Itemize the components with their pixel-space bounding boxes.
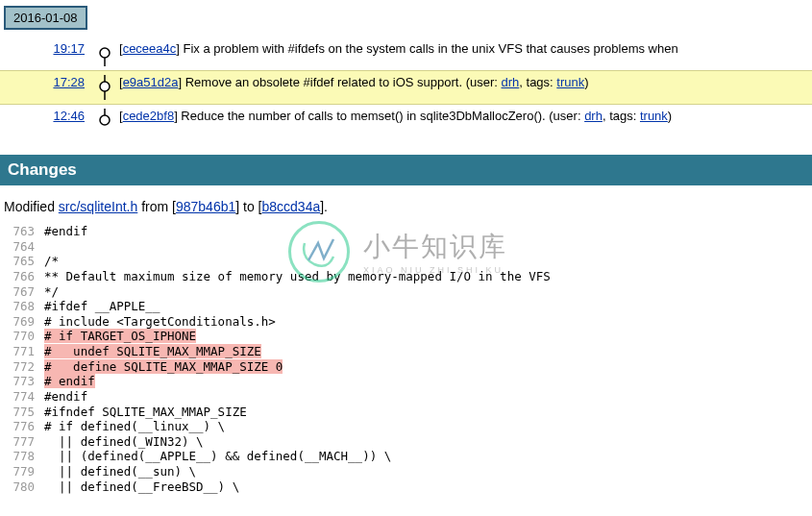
user-link[interactable]: drh [584,109,603,123]
tag-link[interactable]: trunk [640,109,668,123]
date-badge: 2016-01-08 [4,6,87,30]
code-text: || defined(__FreeBSD__) \ [44,479,239,494]
line-number: 778 [4,449,44,464]
timeline-message: [e9a51d2a] Remove an obsolete #ifdef rel… [113,75,812,89]
line-number: 777 [4,434,44,450]
line-number: 770 [4,329,44,344]
line-number: 764 [4,239,44,255]
code-text: /* [44,254,59,268]
code-text: #ifdef __APPLE__ [44,299,160,313]
hash-to-link[interactable]: b8ccd34a [262,199,321,214]
timeline-row: 17:28[e9a51d2a] Remove an obsolete #ifde… [0,70,812,105]
changes-heading: Changes [0,155,812,185]
line-number: 767 [4,284,44,300]
svg-point-3 [100,82,110,91]
rail-node-icon [96,41,113,66]
code-text: # define SQLITE_MAX_MMAP_SIZE 0 [44,359,283,374]
timeline-row: 12:46[cede2bf8] Reduce the number of cal… [0,105,812,137]
line-number: 780 [4,479,44,495]
line-number: 775 [4,405,44,420]
code-text: # undef SQLITE_MAX_MMAP_SIZE [44,344,261,358]
commit-hash-link[interactable]: e9a51d2a [123,75,179,89]
user-link[interactable]: drh [502,75,520,89]
code-text: #endif [44,224,87,238]
timeline-message: [cede2bf8] Reduce the number of calls to… [113,109,812,123]
hash-from-link[interactable]: 987b46b1 [176,199,235,214]
rail-node-icon [96,109,113,134]
code-text: || (defined(__APPLE__) && defined(__MACH… [44,449,391,463]
tag-link[interactable]: trunk [556,75,584,89]
diff-block: 763#endif764765/*766** Default maximum s… [4,224,808,494]
timeline-row: 19:17[ceceea4c] Fix a problem with #ifde… [0,37,812,70]
modified-line: Modified src/sqliteInt.h from [987b46b1]… [4,199,808,214]
code-text: || defined(__sun) \ [44,464,196,479]
code-text: # if defined(__linux__) \ [44,419,225,433]
line-number: 769 [4,314,44,330]
code-text: # if TARGET_OS_IPHONE [44,329,196,343]
svg-point-6 [100,115,110,125]
timeline: 19:17[ceceea4c] Fix a problem with #ifde… [0,37,812,137]
commit-hash-link[interactable]: ceceea4c [123,41,177,56]
code-text: #endif [44,389,87,404]
line-number: 766 [4,269,44,284]
timeline-time-link[interactable]: 19:17 [53,41,85,56]
line-number: 763 [4,224,44,239]
commit-hash-link[interactable]: cede2bf8 [123,109,175,123]
line-number: 771 [4,344,44,359]
modified-file-link[interactable]: src/sqliteInt.h [59,199,137,214]
code-text: */ [44,284,59,299]
rail-node-icon [96,75,113,100]
line-number: 776 [4,419,44,434]
code-text: #ifndef SQLITE_MAX_MMAP_SIZE [44,405,247,419]
line-number: 765 [4,254,44,269]
timeline-time-link[interactable]: 12:46 [53,109,85,123]
line-number: 773 [4,374,44,389]
code-text: || defined(_WIN32) \ [44,434,204,449]
line-number: 779 [4,464,44,479]
svg-point-0 [100,48,110,58]
line-number: 768 [4,299,44,314]
code-text: ** Default maximum size of memory used b… [44,269,551,283]
line-number: 772 [4,359,44,375]
code-text: # include <TargetConditionals.h> [44,314,276,329]
code-text: # endif [44,374,95,388]
timeline-time-link[interactable]: 17:28 [53,75,85,89]
timeline-message: [ceceea4c] Fix a problem with #ifdefs on… [113,41,812,56]
line-number: 774 [4,389,44,405]
